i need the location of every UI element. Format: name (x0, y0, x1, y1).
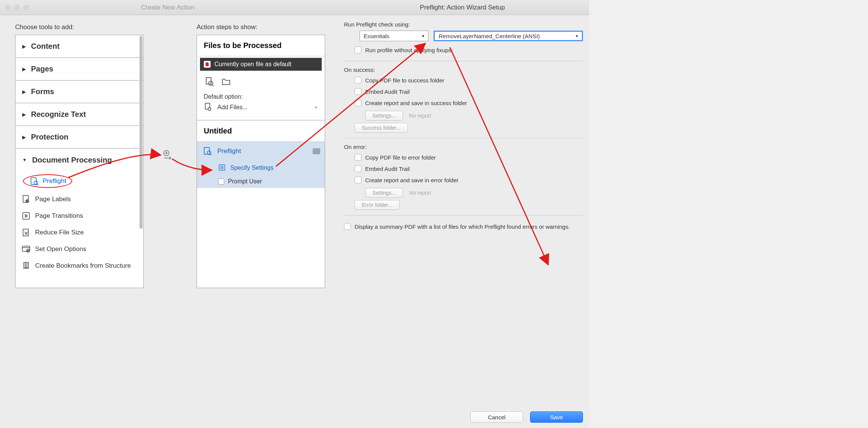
preflight-icon (203, 146, 213, 156)
run-without-fixups-row[interactable]: Run profile without applying fixups (344, 44, 583, 56)
success-folder-button[interactable]: Success folder... (355, 123, 408, 133)
step-specify-settings[interactable]: Specify Settings (197, 161, 325, 175)
prompt-user-checkbox[interactable] (218, 178, 224, 185)
chevron-right-icon: ▶ (22, 89, 26, 95)
browse-file-icon[interactable] (204, 76, 215, 87)
svg-line-19 (212, 85, 214, 86)
category-pages[interactable]: ▶Pages (16, 58, 143, 81)
add-files-row[interactable]: Add Files... ▼ (204, 100, 318, 118)
add-tool-button[interactable] (162, 150, 173, 163)
save-button[interactable]: Save (530, 411, 583, 423)
chevron-down-icon: ▼ (22, 157, 27, 163)
create-report-error-checkbox[interactable] (355, 177, 361, 183)
settings-success-button[interactable]: Settings... (365, 111, 403, 121)
copy-error-checkbox[interactable] (355, 154, 361, 161)
error-folder-button[interactable]: Error folder... (355, 200, 400, 210)
set-open-options-icon (21, 244, 31, 254)
files-to-be-processed-header: Files to be Processed (197, 35, 325, 56)
chevron-down-icon: ▼ (421, 34, 425, 38)
library-dropdown[interactable]: Essentials ▼ (360, 31, 429, 41)
window-title-right: Preflight: Action Wizard Setup (336, 4, 589, 11)
embed-audit-success-checkbox[interactable] (355, 88, 361, 95)
step-options-icon[interactable] (313, 148, 320, 154)
window-title-left: Create New Action (0, 4, 336, 11)
steps-panel: Files to be Processed Currently open fil… (197, 35, 325, 288)
tools-scrollbar[interactable] (140, 36, 143, 287)
chevron-right-icon: ▶ (22, 44, 26, 49)
run-without-fixups-checkbox[interactable] (355, 47, 361, 53)
category-protection[interactable]: ▶Protection (16, 126, 143, 149)
untitled-header: Untitled (197, 120, 325, 142)
category-content[interactable]: ▶Content (16, 35, 143, 58)
tool-preflight[interactable]: Preflight (16, 171, 143, 191)
page-labels-icon: 1 (21, 194, 31, 205)
tool-page-labels[interactable]: 1 Page Labels (16, 191, 143, 208)
add-files-icon (204, 102, 214, 112)
chevron-right-icon: ▶ (22, 67, 26, 72)
chevron-right-icon: ▶ (22, 112, 26, 117)
default-option-label: Default option: (204, 93, 318, 100)
create-action-window: Create New Action Choose tools to add: ▶… (0, 0, 336, 428)
preflight-icon (29, 176, 40, 186)
embed-audit-error-checkbox[interactable] (355, 165, 361, 172)
currently-open-file-row: Currently open file as default (200, 58, 322, 71)
steps-label: Action steps to show: (197, 23, 325, 31)
no-report-success-text: No report (409, 113, 431, 119)
copy-success-checkbox[interactable] (355, 77, 361, 84)
chevron-right-icon: ▶ (22, 135, 26, 140)
create-report-error-row[interactable]: Create report and save in error folder (344, 174, 583, 186)
copy-success-row[interactable]: Copy PDF file to success folder (344, 74, 583, 86)
pdf-icon (204, 61, 211, 68)
on-success-label: On success: (344, 67, 583, 73)
settings-list-icon (218, 164, 226, 172)
run-check-label: Run Preflight check using: (344, 21, 583, 28)
titlebar-right: Preflight: Action Wizard Setup (336, 0, 589, 15)
titlebar-left: Create New Action (0, 0, 336, 15)
svg-text:1: 1 (26, 200, 28, 203)
cancel-button[interactable]: Cancel (470, 411, 523, 423)
category-forms[interactable]: ▶Forms (16, 81, 143, 103)
display-summary-checkbox[interactable] (344, 223, 351, 230)
bookmarks-icon (21, 261, 31, 271)
on-error-label: On error: (344, 144, 583, 150)
tool-reduce-file-size[interactable]: Reduce File Size (16, 224, 143, 241)
reduce-file-size-icon (21, 227, 31, 238)
settings-error-button[interactable]: Settings... (365, 188, 403, 198)
create-report-success-checkbox[interactable] (355, 99, 361, 106)
embed-audit-error-row[interactable]: Embed Audit Trail (344, 163, 583, 174)
chevron-down-icon: ▼ (314, 105, 318, 110)
profile-dropdown[interactable]: RemoveLayerNamed_Centerline (ANSI) ▼ (434, 31, 583, 41)
display-summary-row[interactable]: Display a summary PDF with a list of fil… (344, 221, 583, 232)
no-report-error-text: No report (409, 190, 431, 196)
copy-error-row[interactable]: Copy PDF file to error folder (344, 152, 583, 163)
step-prompt-user[interactable]: Prompt User (197, 175, 325, 188)
tool-page-transitions[interactable]: Page Transitions (16, 208, 143, 224)
preflight-wizard-window: Preflight: Action Wizard Setup Run Prefl… (336, 0, 589, 428)
category-recognize-text[interactable]: ▶Recognize Text (16, 103, 143, 126)
folder-icon[interactable] (220, 76, 232, 87)
svg-rect-6 (23, 212, 29, 219)
svg-line-2 (37, 184, 38, 185)
page-transitions-icon (21, 211, 31, 221)
chevron-down-icon: ▼ (575, 34, 579, 38)
embed-audit-success-row[interactable]: Embed Audit Trail (344, 86, 583, 97)
tool-create-bookmarks[interactable]: Create Bookmarks from Structure (16, 257, 143, 274)
svg-line-26 (210, 154, 211, 155)
step-preflight[interactable]: Preflight (197, 142, 325, 161)
tools-panel: ▶Content ▶Pages ▶Forms ▶Recognize Text ▶… (15, 35, 144, 288)
tool-set-open-options[interactable]: Set Open Options (16, 241, 143, 257)
category-document-processing[interactable]: ▼Document Processing (16, 149, 143, 171)
create-report-success-row[interactable]: Create report and save in success folder (344, 97, 583, 109)
